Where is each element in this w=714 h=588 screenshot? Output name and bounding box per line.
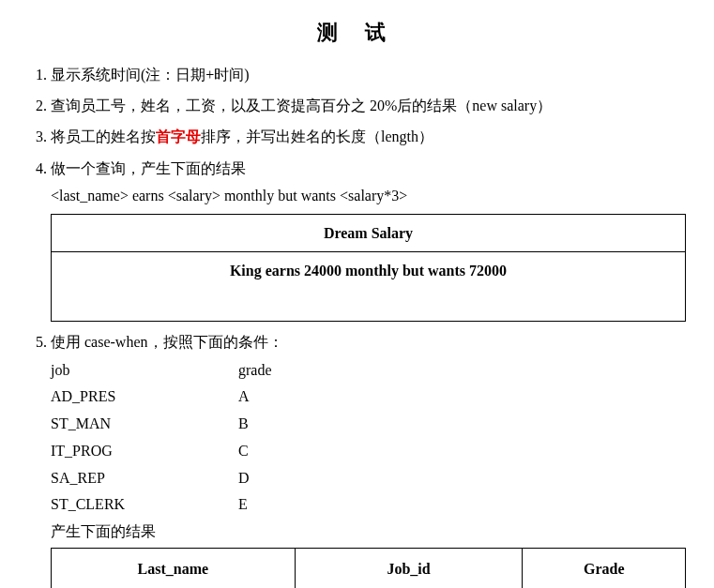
q3-text-after: 排序，并写出姓名的长度（length）: [201, 128, 433, 144]
jobgrade-job: ST_MAN: [51, 411, 238, 438]
jobgrade-grade: B: [238, 411, 313, 438]
q3-text-before: 将员工的姓名按: [51, 128, 156, 144]
jobgrade-grade: A: [238, 384, 313, 411]
question-4: 做一个查询，产生下面的结果 <last_name> earns <salary>…: [51, 156, 686, 323]
jobgrade-job: ST_CLERK: [51, 491, 238, 519]
result-header-grade: Grade: [523, 549, 686, 588]
jobgrade-row: ST_MAN B: [51, 411, 686, 438]
job-grade-block: job grade AD_PRES A ST_MAN B IT_PROG C S…: [51, 357, 686, 520]
table-header-row: Last_name Job_id Grade: [52, 549, 686, 588]
result-table: Last_name Job_id Grade king AD_PRES A: [51, 548, 686, 588]
table-header-row: Dream Salary: [52, 214, 686, 251]
q5-result-label: 产生下面的结果: [51, 519, 686, 544]
dream-salary-table: Dream Salary King earns 24000 monthly bu…: [51, 214, 686, 322]
dream-salary-header: Dream Salary: [52, 214, 686, 251]
question-list: 显示系统时间(注：日期+时间) 查询员工号，姓名，工资，以及工资提高百分之 20…: [28, 62, 686, 588]
table-empty-row: [52, 289, 686, 322]
dream-salary-value: King earns 24000 monthly but wants 72000: [52, 252, 686, 290]
jobgrade-job: IT_PROG: [51, 438, 238, 465]
jobgrade-header-grade: grade: [238, 357, 313, 384]
jobgrade-grade: D: [238, 465, 313, 492]
question-2: 查询员工号，姓名，工资，以及工资提高百分之 20%后的结果（new salary…: [51, 93, 686, 118]
jobgrade-header: job grade: [51, 357, 686, 384]
question-3: 将员工的姓名按首字母排序，并写出姓名的长度（length）: [51, 124, 686, 149]
jobgrade-row: SA_REP D: [51, 465, 686, 492]
jobgrade-job: AD_PRES: [51, 384, 238, 411]
jobgrade-row: IT_PROG C: [51, 438, 686, 465]
jobgrade-row: ST_CLERK E: [51, 491, 686, 519]
jobgrade-grade: C: [238, 438, 313, 465]
q4-template: <last_name> earns <salary> monthly but w…: [51, 183, 686, 208]
table-row: King earns 24000 monthly but wants 72000: [52, 252, 686, 290]
result-header-lastname: Last_name: [52, 549, 296, 588]
jobgrade-header-job: job: [51, 357, 238, 384]
jobgrade-grade: E: [238, 491, 313, 519]
question-5: 使用 case-when，按照下面的条件： job grade AD_PRES …: [51, 329, 686, 588]
q4-text: 做一个查询，产生下面的结果: [51, 160, 246, 176]
jobgrade-row: AD_PRES A: [51, 384, 686, 411]
result-header-jobid: Job_id: [295, 549, 523, 588]
q3-highlight: 首字母: [156, 128, 201, 144]
question-1: 显示系统时间(注：日期+时间): [51, 62, 686, 87]
page-title: 测 试: [28, 19, 686, 47]
jobgrade-job: SA_REP: [51, 465, 238, 492]
q5-text: 使用 case-when，按照下面的条件：: [51, 334, 283, 350]
empty-cell: [52, 289, 686, 322]
